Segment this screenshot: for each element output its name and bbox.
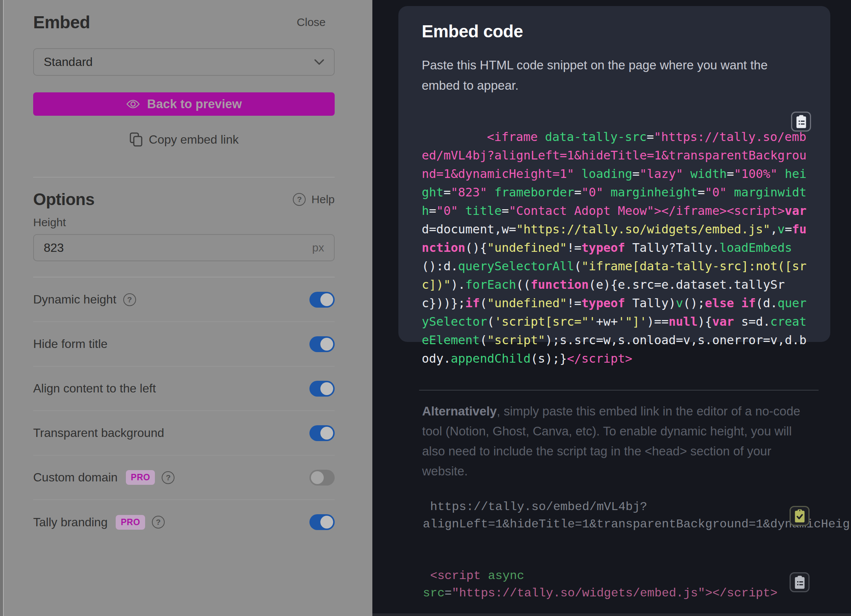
panel-edge-strip <box>0 0 3 616</box>
toggle-row: Custom domain PRO ? <box>33 455 335 500</box>
toggle-knob <box>311 471 324 484</box>
height-field-label: Height <box>33 216 335 229</box>
embed-code-text: <iframe data-tally-src="https://tally.so… <box>422 130 814 366</box>
alternative-lead: Alternatively <box>422 404 497 418</box>
toggle-switch[interactable] <box>309 336 335 352</box>
back-to-preview-button[interactable]: Back to preview <box>33 92 335 116</box>
embed-type-select[interactable]: Standard <box>33 48 335 76</box>
clipboard-icon <box>794 575 805 589</box>
toggle-list: Dynamic height ? Hide form title Align c… <box>33 277 335 544</box>
embed-settings-screen: Embed Close Standard Back to preview <box>0 0 851 616</box>
copy-icon <box>129 132 143 147</box>
close-button[interactable]: Close <box>297 16 326 29</box>
toggle-switch[interactable] <box>309 470 335 486</box>
question-circle-icon[interactable]: ? <box>123 293 136 306</box>
embed-settings-panel: Embed Close Standard Back to preview <box>0 0 372 616</box>
toggle-knob <box>320 338 333 351</box>
height-unit-label: px <box>312 241 324 254</box>
copy-embed-link-button[interactable]: Copy embed link <box>33 131 335 148</box>
toggle-row: Dynamic height ? <box>33 277 335 322</box>
copy-embed-link-label: Copy embed link <box>149 133 239 147</box>
toggle-label: Tally branding <box>33 515 107 529</box>
toggle-row: Align content to the left <box>33 366 335 411</box>
toggle-knob <box>320 427 333 440</box>
help-label: Help <box>311 193 335 206</box>
clipboard-check-icon <box>794 509 805 523</box>
toggle-row: Transparent background <box>33 411 335 455</box>
question-circle-icon[interactable]: ? <box>152 516 165 529</box>
divider <box>33 177 335 178</box>
embed-code-panel: Embed code Paste this HTML code snippet … <box>372 0 851 616</box>
toggle-row: Hide form title <box>33 322 335 366</box>
toggle-switch[interactable] <box>309 292 335 308</box>
options-header: Options ? Help <box>33 189 335 210</box>
embed-code-title: Embed code <box>422 21 809 41</box>
question-circle-icon: ? <box>293 193 306 206</box>
toggle-label: Dynamic height <box>33 293 116 306</box>
toggle-label: Custom domain <box>33 470 118 484</box>
script-tag-code: <script async src="https://tally.so/widg… <box>423 567 778 602</box>
toggle-switch[interactable] <box>309 381 335 397</box>
embed-code-description: Paste this HTML code snippet on the page… <box>422 55 802 96</box>
toggle-knob <box>320 382 333 395</box>
toggle-label: Transparent background <box>33 426 164 440</box>
options-title: Options <box>33 190 95 209</box>
back-to-preview-label: Back to preview <box>147 97 242 111</box>
embed-code-card: Embed code Paste this HTML code snippet … <box>398 6 830 342</box>
toggle-label: Align content to the left <box>33 382 156 395</box>
alternative-paragraph: Alternatively, simply paste this embed l… <box>422 401 810 481</box>
toggle-label: Hide form title <box>33 337 107 351</box>
copy-link-copied-button[interactable] <box>790 506 810 526</box>
toggle-knob <box>320 293 333 306</box>
help-button[interactable]: ? Help <box>293 193 335 206</box>
pro-badge: PRO <box>126 470 155 485</box>
embed-code-block: <iframe data-tally-src="https://tally.so… <box>422 111 807 403</box>
panel-title: Embed <box>33 12 90 32</box>
eye-icon <box>126 99 140 109</box>
embed-link-code: https://tally.so/embed/mVL4bj? alignLeft… <box>423 498 851 533</box>
toggle-switch[interactable] <box>309 514 335 530</box>
toggle-switch[interactable] <box>309 425 335 441</box>
toggle-knob <box>320 516 333 529</box>
copy-code-button[interactable] <box>791 112 811 132</box>
divider <box>419 390 819 391</box>
clipboard-icon <box>796 115 807 129</box>
pro-badge: PRO <box>116 515 145 530</box>
question-circle-icon[interactable]: ? <box>162 471 174 484</box>
window-bottom-edge <box>372 613 851 616</box>
embed-type-value: Standard <box>44 55 93 69</box>
height-field: px <box>33 234 335 261</box>
panel-header: Embed Close <box>33 11 335 33</box>
height-input[interactable] <box>44 241 312 255</box>
embed-settings-content: Embed Close Standard Back to preview <box>4 0 372 616</box>
chevron-down-icon <box>314 59 324 65</box>
toggle-row: Tally branding PRO ? <box>33 500 335 544</box>
copy-script-button[interactable] <box>790 572 810 592</box>
